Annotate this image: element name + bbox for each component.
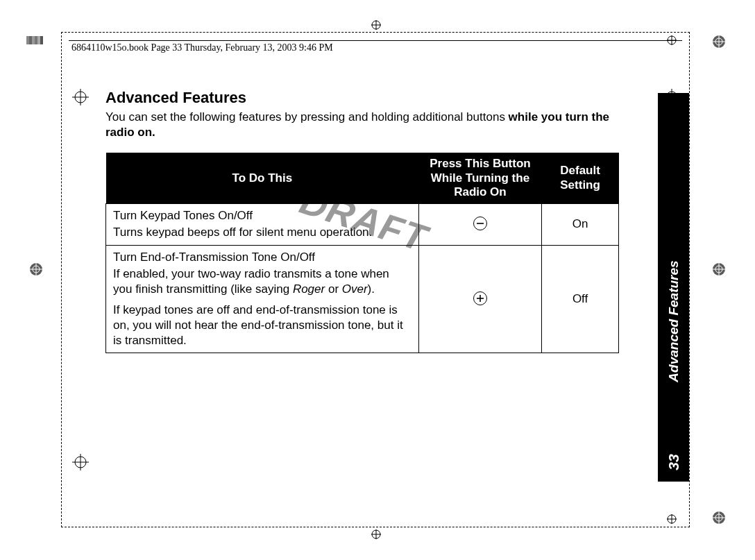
- cell-action: Turn End-of-Transmission Tone On/Off If …: [106, 245, 419, 353]
- page-number: 33: [665, 454, 682, 470]
- plus-circle-icon: [473, 291, 487, 305]
- cell-default: Off: [542, 245, 619, 353]
- row-title: Turn End-of-Transmission Tone On/Off: [113, 250, 412, 265]
- side-tab: Advanced Features 33: [658, 93, 689, 482]
- oplus-mark: [371, 529, 384, 543]
- page-title: Advanced Features: [105, 89, 619, 107]
- color-bars: [26, 36, 43, 44]
- intro-text: You can set the following features by pr…: [105, 110, 509, 124]
- row-desc-2: If keypad tones are off and end-of-trans…: [113, 303, 412, 348]
- th-default: Default Setting: [542, 153, 619, 204]
- registration-mark: [712, 35, 726, 49]
- running-head: 6864110w15o.book Page 33 Thursday, Febru…: [71, 42, 333, 53]
- oplus-mark: [666, 514, 680, 527]
- registration-mark: [712, 511, 726, 525]
- row-title: Turn Keypad Tones On/Off: [113, 208, 412, 223]
- cell-action: Turn Keypad Tones On/Off Turns keypad be…: [106, 204, 419, 245]
- th-action: To Do This: [106, 153, 419, 204]
- row-desc: Turns keypad beeps off for silent menu o…: [113, 225, 412, 240]
- page-content: Advanced Features You can set the follow…: [105, 89, 619, 353]
- oplus-mark: [371, 19, 384, 33]
- side-tab-label: Advanced Features: [666, 260, 681, 382]
- table-row: Turn End-of-Transmission Tone On/Off If …: [106, 245, 619, 353]
- registration-mark: [712, 262, 726, 276]
- intro-paragraph: You can set the following features by pr…: [105, 110, 619, 140]
- oplus-mark: [666, 35, 680, 49]
- table-row: Turn Keypad Tones On/Off Turns keypad be…: [106, 204, 619, 245]
- header-rule: [69, 40, 682, 41]
- features-table: To Do This Press This Button While Turni…: [105, 153, 619, 353]
- cell-button: [418, 204, 541, 245]
- minus-circle-icon: [473, 217, 487, 230]
- cell-default: On: [542, 204, 619, 245]
- th-button: Press This Button While Turning the Radi…: [418, 153, 541, 204]
- row-desc: If enabled, your two-way radio transmits…: [113, 266, 412, 297]
- cell-button: [418, 245, 541, 353]
- registration-mark: [29, 262, 43, 276]
